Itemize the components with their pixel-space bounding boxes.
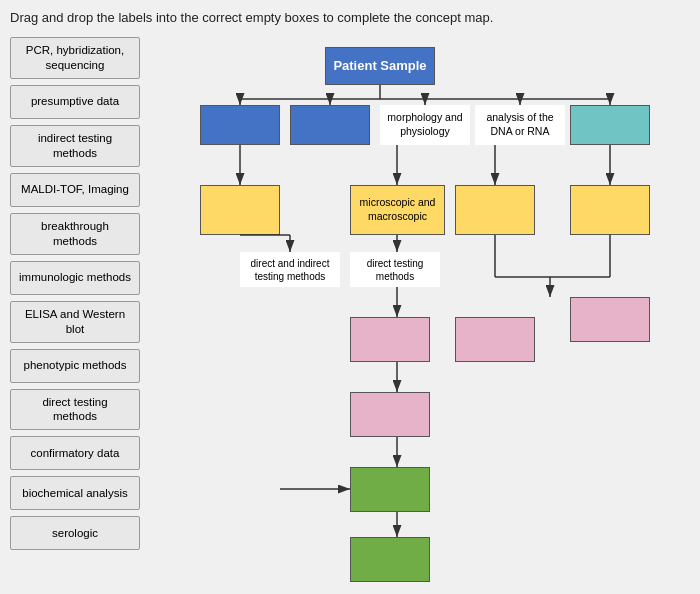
direct-indirect-box: direct and indirect testing methods: [240, 252, 340, 287]
empty-box-3[interactable]: [570, 105, 650, 145]
label-indirect[interactable]: indirect testing methods: [10, 125, 140, 167]
green-box-2[interactable]: [350, 537, 430, 582]
label-immunologic[interactable]: immunologic methods: [10, 261, 140, 295]
empty-box-7[interactable]: [350, 317, 430, 362]
empty-box-2[interactable]: [290, 105, 370, 145]
label-biochemical[interactable]: biochemical analysis: [10, 476, 140, 510]
main-layout: PCR, hybridization, sequencing presumpti…: [10, 37, 690, 594]
label-bank: PCR, hybridization, sequencing presumpti…: [10, 37, 140, 594]
label-maldi[interactable]: MALDI-TOF, Imaging: [10, 173, 140, 207]
label-breakthrough[interactable]: breakthrough methods: [10, 213, 140, 255]
empty-box-10[interactable]: [350, 392, 430, 437]
label-confirmatory[interactable]: confirmatory data: [10, 436, 140, 470]
label-pcr[interactable]: PCR, hybridization, sequencing: [10, 37, 140, 79]
label-elisa[interactable]: ELISA and Western blot: [10, 301, 140, 343]
empty-box-1[interactable]: [200, 105, 280, 145]
morphology-box: morphology and physiology: [380, 105, 470, 145]
green-box-1[interactable]: [350, 467, 430, 512]
label-direct-testing[interactable]: direct testing methods: [10, 389, 140, 431]
empty-box-5[interactable]: [455, 185, 535, 235]
dna-rna-box: analysis of the DNA or RNA: [475, 105, 565, 145]
label-serologic[interactable]: serologic: [10, 516, 140, 550]
microscopic-box: microscopic and macroscopic: [350, 185, 445, 235]
patient-sample-box: Patient Sample: [325, 47, 435, 85]
concept-map: Patient Sample morphology and physiology…: [150, 37, 690, 594]
label-phenotypic[interactable]: phenotypic methods: [10, 349, 140, 383]
label-presumptive[interactable]: presumptive data: [10, 85, 140, 119]
direct-testing-label-box: direct testing methods: [350, 252, 440, 287]
empty-box-6[interactable]: [570, 185, 650, 235]
empty-box-9[interactable]: [570, 297, 650, 342]
empty-box-4[interactable]: [200, 185, 280, 235]
instruction-text: Drag and drop the labels into the correc…: [10, 10, 690, 25]
empty-box-8[interactable]: [455, 317, 535, 362]
